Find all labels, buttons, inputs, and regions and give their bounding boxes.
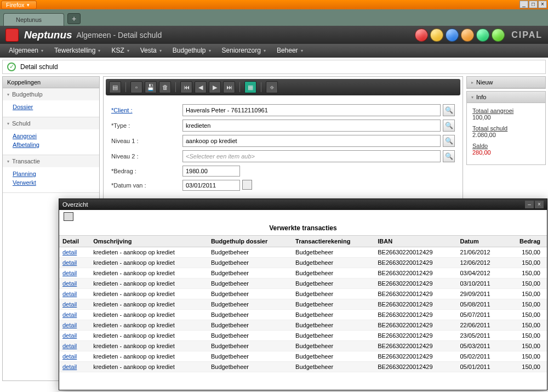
home-icon[interactable] (430, 29, 443, 42)
new-tab-button[interactable]: + (67, 13, 81, 24)
app-header: Neptunus Algemeen - Detail schuld CIPAL (0, 26, 548, 44)
sidebar-link-planning[interactable]: Planning (13, 169, 95, 178)
cell-bedrag: 150,00 (506, 289, 547, 299)
toolbar-export-icon[interactable]: ▦ (244, 81, 256, 93)
toolbar-first-icon[interactable]: ⏮ (180, 81, 192, 93)
input-client[interactable] (182, 104, 441, 116)
cell-datum: 05/07/2011 (457, 310, 506, 320)
input-type[interactable] (182, 120, 441, 132)
input-bedrag[interactable] (182, 166, 240, 177)
app-logo-icon (5, 29, 19, 42)
cell-bedrag: 150,00 (506, 320, 547, 331)
sidebar-link-dossier[interactable]: Dossier (13, 103, 95, 111)
menu-ksz[interactable]: KSZ (106, 44, 134, 56)
firefox-menu-button[interactable]: Firefox (1, 1, 37, 9)
menu-budgethulp[interactable]: Budgethulp (167, 44, 216, 56)
toolbar-save-icon[interactable]: 💾 (145, 81, 157, 93)
app-title: Neptunus (24, 29, 72, 41)
cell-bedrag: 150,00 (506, 247, 547, 258)
toolbar-new-icon[interactable]: ▫ (130, 81, 142, 93)
print-icon[interactable] (64, 212, 73, 221)
toolbar-last-icon[interactable]: ⏭ (223, 81, 235, 93)
input-niveau1[interactable] (182, 135, 441, 147)
col-rekening[interactable]: Transactierekening (292, 236, 374, 247)
input-datum[interactable] (182, 180, 240, 191)
right-section-nieuw[interactable]: Nieuw (467, 77, 545, 88)
cell-rekening: Budgetbeheer (292, 299, 374, 310)
status-icon[interactable] (492, 29, 505, 42)
table-row: detailkredieten - aankoop op kredietBudg… (59, 289, 547, 299)
cell-iban: BE26630220012429 (374, 341, 456, 351)
toolbar-delete-icon[interactable]: 🗑 (159, 81, 171, 93)
cell-omschrijving: kredieten - aankoop op krediet (90, 279, 208, 289)
cell-omschrijving: kredieten - aankoop op krediet (90, 289, 208, 299)
lookup-niveau2-icon[interactable]: 🔍 (443, 150, 455, 162)
cell-iban: BE26630220012429 (374, 247, 456, 258)
info-schuld-label: Totaal schuld (472, 125, 540, 132)
cell-datum: 03/04/2012 (457, 268, 506, 279)
cell-dossier: Budgetbeheer (208, 362, 292, 372)
window-minimize[interactable]: _ (520, 1, 528, 8)
calendar-icon[interactable] (242, 180, 252, 190)
cell-dossier: Budgetbeheer (208, 320, 292, 331)
input-niveau2[interactable] (182, 150, 441, 162)
toolbar-list-icon[interactable]: ▤ (109, 81, 121, 93)
sidebar-link-aangroei[interactable]: Aangroei (13, 132, 95, 140)
detail-link[interactable]: detail (62, 332, 77, 339)
info-icon[interactable] (461, 29, 474, 42)
detail-link[interactable]: detail (62, 301, 77, 308)
cell-datum: 22/06/2011 (457, 320, 506, 331)
col-detail[interactable]: Detail (59, 236, 90, 247)
menu-seniorenzorg[interactable]: Seniorenzorg (216, 44, 271, 56)
overlay-heading: Verwerkte transacties (59, 223, 547, 235)
menu-beheer[interactable]: Beheer (271, 44, 309, 56)
col-omschrijving[interactable]: Omschrijving (90, 236, 208, 247)
detail-link[interactable]: detail (62, 270, 77, 276)
menu-vesta[interactable]: Vesta (135, 44, 167, 56)
detail-link[interactable]: detail (62, 259, 77, 266)
menu-tewerkstelling[interactable]: Tewerkstelling (49, 44, 106, 56)
detail-link[interactable]: detail (62, 280, 77, 287)
sidebar-section-transactie[interactable]: Transactie (3, 155, 99, 167)
overlay-minimize-icon[interactable]: – (525, 201, 534, 208)
col-iban[interactable]: IBAN (374, 236, 456, 247)
detail-link[interactable]: detail (62, 353, 77, 360)
help-icon[interactable] (446, 29, 459, 42)
copyright-icon[interactable] (476, 29, 489, 42)
cell-datum: 05/08/2011 (457, 299, 506, 310)
detail-link[interactable]: detail (62, 311, 77, 318)
sidebar-link-verwerkt[interactable]: Verwerkt (13, 178, 95, 187)
cell-datum: 12/06/2012 (457, 258, 506, 268)
cell-rekening: Budgetbeheer (292, 341, 374, 351)
toolbar-prev-icon[interactable]: ◀ (195, 81, 207, 93)
power-icon[interactable] (415, 29, 428, 42)
toolbar-exit-icon[interactable]: ⎆ (266, 81, 278, 93)
detail-link[interactable]: detail (62, 363, 77, 370)
cell-bedrag: 150,00 (506, 279, 547, 289)
detail-link[interactable]: detail (62, 343, 77, 349)
col-bedrag[interactable]: Bedrag (506, 236, 547, 247)
window-close[interactable]: × (538, 1, 547, 8)
lookup-type-icon[interactable]: 🔍 (443, 120, 455, 132)
lookup-client-icon[interactable]: 🔍 (443, 104, 455, 116)
detail-link[interactable]: detail (62, 322, 77, 328)
sidebar-section-schuld[interactable]: Schuld (3, 117, 99, 129)
browser-tab[interactable]: Neptunus (3, 13, 64, 26)
detail-link[interactable]: detail (62, 291, 77, 297)
col-dossier[interactable]: Budgethulp dossier (208, 236, 292, 247)
menu-algemeen[interactable]: Algemeen (3, 44, 49, 56)
overlay-close-icon[interactable]: × (535, 201, 544, 208)
right-section-info[interactable]: Info (467, 92, 545, 103)
toolbar-next-icon[interactable]: ▶ (209, 81, 221, 93)
sidebar-section-budgethulp[interactable]: Budgethulp (3, 88, 99, 100)
app-subtitle: Algemeen - Detail schuld (77, 31, 162, 39)
col-datum[interactable]: Datum (457, 236, 506, 247)
cell-bedrag: 150,00 (506, 258, 547, 268)
sidebar-link-afbetaling[interactable]: Afbetaling (13, 140, 95, 149)
window-maximize[interactable]: □ (529, 1, 538, 8)
lookup-niveau1-icon[interactable]: 🔍 (443, 135, 455, 147)
detail-link[interactable]: detail (62, 249, 77, 255)
cell-rekening: Budgetbeheer (292, 320, 374, 331)
overlay-titlebar[interactable]: Overzicht – × (59, 199, 547, 210)
cell-dossier: Budgetbeheer (208, 310, 292, 320)
